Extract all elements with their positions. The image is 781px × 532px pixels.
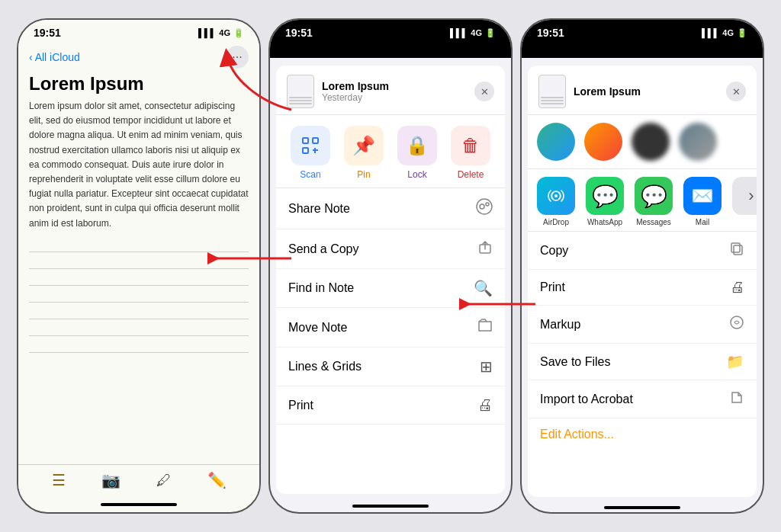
note-line: [29, 303, 249, 319]
send-copy-label: Send a Copy: [288, 242, 359, 256]
note-line: [29, 286, 249, 303]
move-note-label: Move Note: [288, 321, 347, 335]
menu-find-in-note[interactable]: Find in Note 🔍: [276, 269, 505, 308]
screenshot-container: 19:51 ▌▌▌ 4G 🔋 ‹ All iCloud ··· Lorem Ip…: [17, 18, 764, 514]
edit-actions[interactable]: Edit Actions...: [528, 418, 757, 450]
svg-rect-3: [303, 148, 308, 153]
close-button-3[interactable]: ✕: [726, 82, 746, 101]
svg-rect-13: [734, 245, 742, 255]
contact-avatar-2[interactable]: [584, 123, 622, 161]
app-airdrop[interactable]: AirDrop: [537, 177, 575, 226]
doc-thumbnail: [287, 75, 314, 108]
share-import-acrobat[interactable]: Import to Acrobat: [528, 380, 757, 418]
scan-icon: [291, 126, 330, 165]
time-1: 19:51: [34, 27, 61, 39]
battery-icon-2: 🔋: [485, 28, 496, 38]
modal-sheet-2: Lorem Ipsum Yesterday ✕: [276, 66, 505, 494]
share-menu-list: Copy Print 🖨 Markup: [528, 232, 757, 497]
modal-sheet-3: Lorem Ipsum ✕: [528, 66, 757, 497]
action-pin[interactable]: 📌 Pin: [344, 126, 384, 180]
app-more[interactable]: ›: [732, 177, 757, 226]
battery-icon: 🔋: [233, 28, 244, 38]
action-delete[interactable]: 🗑 Delete: [451, 126, 490, 180]
home-indicator-2: [352, 505, 429, 508]
share-print[interactable]: Print 🖨: [528, 270, 757, 306]
close-button-2[interactable]: ✕: [474, 82, 494, 101]
more-button[interactable]: ···: [226, 46, 249, 69]
network-label-2: 4G: [471, 28, 482, 37]
delete-icon: 🗑: [451, 126, 490, 165]
svg-point-15: [731, 316, 743, 328]
nav-bar-1: ‹ All iCloud ···: [18, 43, 259, 73]
share-markup[interactable]: Markup: [528, 306, 757, 344]
menu-list-2: Share Note Send a Copy: [276, 188, 505, 494]
share-copy[interactable]: Copy: [528, 232, 757, 270]
note-title: Lorem Ipsum: [18, 73, 259, 99]
print-label-2: Print: [288, 399, 313, 412]
share-note-label: Share Note: [288, 202, 350, 216]
menu-share-note[interactable]: Share Note: [276, 188, 505, 229]
checklist-icon[interactable]: ☰: [52, 471, 66, 489]
compose-icon[interactable]: ✏️: [207, 471, 227, 489]
share-save-files[interactable]: Save to Files 📁: [528, 344, 757, 380]
action-lock[interactable]: 🔒 Lock: [397, 126, 437, 180]
acrobat-icon: [729, 389, 744, 409]
menu-print-2[interactable]: Print 🖨: [276, 386, 505, 425]
signal-icon-3: ▌▌▌: [702, 28, 719, 37]
contact-avatar-3[interactable]: [632, 123, 670, 161]
menu-lines-grids[interactable]: Lines & Grids ⊞: [276, 348, 505, 386]
action-scan[interactable]: Scan: [291, 126, 330, 180]
status-icons-3: ▌▌▌ 4G 🔋: [702, 28, 747, 38]
contact-avatar-4[interactable]: [679, 123, 717, 161]
status-icons-2: ▌▌▌ 4G 🔋: [450, 28, 496, 38]
menu-send-copy[interactable]: Send a Copy: [276, 229, 505, 269]
modal-header-left-3: Lorem Ipsum: [538, 75, 641, 108]
note-lines: [18, 231, 259, 357]
phone3-wrapper: 19:51 ▌▌▌ 4G 🔋: [520, 18, 764, 514]
markup-icon[interactable]: 🖊: [156, 472, 172, 489]
print-icon-3: 🖨: [730, 279, 744, 296]
whatsapp-label: WhatsApp: [587, 218, 622, 226]
phone2-wrapper: 19:51 ▌▌▌ 4G 🔋: [268, 18, 513, 514]
battery-icon-3: 🔋: [737, 28, 747, 38]
svg-point-12: [554, 194, 558, 197]
contact-avatar-1[interactable]: [537, 123, 575, 161]
network-label: 4G: [219, 28, 230, 37]
spacer: [18, 357, 259, 464]
back-button[interactable]: ‹ All iCloud: [29, 51, 80, 63]
chevron-left-icon: ‹: [29, 51, 33, 63]
doc-thumbnail-3: [538, 75, 566, 108]
signal-icon: ▌▌▌: [198, 28, 216, 37]
note-line: [29, 319, 249, 336]
note-line: [29, 252, 249, 269]
app-whatsapp[interactable]: 💬 WhatsApp: [586, 177, 624, 226]
pin-icon: 📌: [344, 126, 384, 165]
note-line: [29, 336, 249, 353]
menu-move-note[interactable]: Move Note: [276, 308, 505, 348]
modal-header-2: Lorem Ipsum Yesterday ✕: [276, 66, 505, 115]
thumb-line: [541, 97, 564, 98]
app-messages[interactable]: 💬 Messages: [635, 177, 673, 226]
move-icon: [477, 318, 493, 337]
pin-label: Pin: [357, 169, 370, 180]
status-bar-3: 19:51 ▌▌▌ 4G 🔋: [522, 20, 763, 43]
home-indicator-3: [604, 506, 680, 509]
contacts-row: [528, 115, 757, 169]
camera-icon[interactable]: 📷: [101, 471, 121, 489]
modal-doc-info: Lorem Ipsum Yesterday: [322, 80, 389, 103]
note-body[interactable]: Lorem ipsum dolor sit amet, consectetur …: [18, 99, 259, 231]
phone3: 19:51 ▌▌▌ 4G 🔋: [520, 18, 764, 514]
modal-doc-info-3: Lorem Ipsum: [574, 85, 641, 98]
airdrop-label: AirDrop: [543, 218, 569, 226]
status-bar-2: 19:51 ▌▌▌ 4G 🔋: [270, 20, 511, 43]
status-bar-1: 19:51 ▌▌▌ 4G 🔋: [18, 20, 259, 43]
lock-icon: 🔒: [397, 126, 437, 165]
messages-label: Messages: [636, 218, 671, 226]
copy-icon: [729, 241, 744, 260]
note-line: [29, 269, 249, 286]
close-icon-2: ✕: [480, 86, 489, 98]
thumb-line: [289, 97, 312, 98]
save-files-label: Save to Files: [540, 355, 610, 369]
app-mail[interactable]: ✉️ Mail: [683, 177, 722, 226]
markup-label: Markup: [540, 318, 580, 332]
